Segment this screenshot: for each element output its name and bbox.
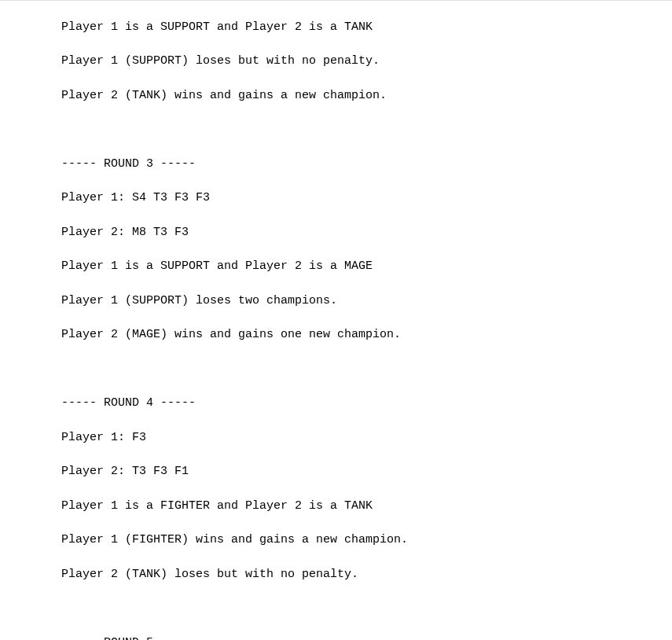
round-header: ----- ROUND 5 ----- [61, 634, 672, 640]
output-line: Player 2 (TANK) wins and gains a new cha… [61, 87, 672, 105]
output-line: Player 2: M8 T3 F3 [61, 224, 672, 241]
output-line: Player 2: T3 F3 F1 [61, 463, 672, 480]
output-line: Player 2 (TANK) loses but with no penalt… [61, 566, 672, 583]
output-line: Player 1 is a SUPPORT and Player 2 is a … [61, 258, 672, 275]
output-line: Player 1: S4 T3 F3 F3 [61, 189, 672, 207]
output-line: Player 1: F3 [61, 429, 672, 447]
output-line [61, 361, 672, 378]
output-line: Player 1 is a FIGHTER and Player 2 is a … [61, 498, 672, 515]
round-header: ----- ROUND 4 ----- [61, 395, 672, 412]
output-line [61, 121, 672, 138]
game-output-text: Player 1 is a SUPPORT and Player 2 is a … [0, 1, 672, 640]
output-line: Player 1 (SUPPORT) loses two champions. [61, 292, 672, 310]
output-line: Player 1 is a SUPPORT and Player 2 is a … [61, 19, 672, 36]
output-line: Player 2 (MAGE) wins and gains one new c… [61, 326, 672, 344]
output-line: Player 1 (SUPPORT) loses but with no pen… [61, 53, 672, 70]
output-line [61, 600, 672, 617]
round-header: ----- ROUND 3 ----- [61, 156, 672, 173]
output-line: Player 1 (FIGHTER) wins and gains a new … [61, 531, 672, 549]
